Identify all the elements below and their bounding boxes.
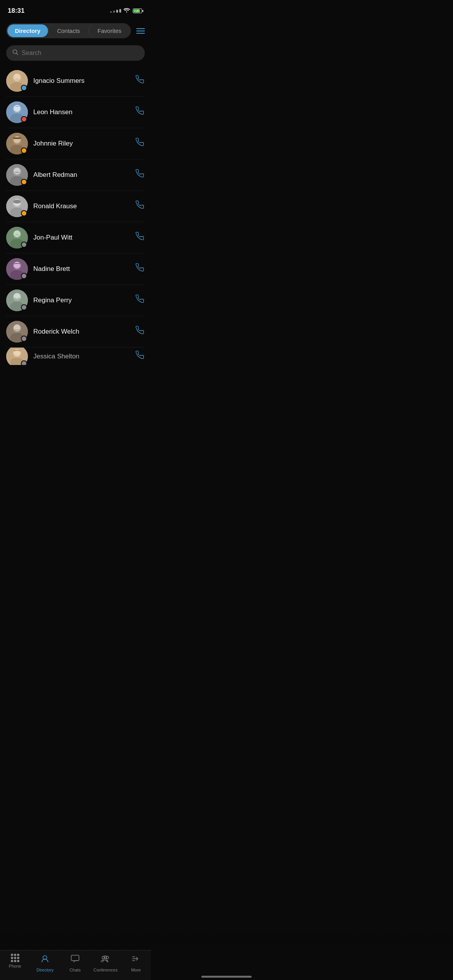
contact-name: Jon-Paul Witt <box>33 234 136 242</box>
menu-line-2 <box>136 31 145 31</box>
contact-name: Johnnie Riley <box>33 140 136 147</box>
svg-point-23 <box>13 200 21 204</box>
contact-item[interactable]: Jessica Shelton <box>6 348 145 365</box>
status-badge-offline <box>21 242 27 248</box>
contact-item[interactable]: Leon Hansen <box>6 97 145 128</box>
tab-contacts[interactable]: Contacts <box>48 24 89 37</box>
contact-name: Jessica Shelton <box>33 353 136 360</box>
call-icon[interactable] <box>136 351 145 362</box>
status-badge-away <box>21 210 27 216</box>
contact-name: Regina Perry <box>33 296 136 304</box>
wifi-icon <box>124 8 130 14</box>
status-badge-busy <box>21 116 27 122</box>
contact-item[interactable]: Johnnie Riley <box>6 128 145 159</box>
call-icon[interactable] <box>136 106 145 118</box>
contact-item[interactable]: Roderick Welch <box>6 316 145 348</box>
svg-point-27 <box>14 230 21 237</box>
status-badge-online <box>21 85 27 91</box>
signal-icon <box>110 9 121 13</box>
contact-item[interactable]: Regina Perry <box>6 285 145 316</box>
status-badge-offline <box>21 336 27 342</box>
contact-name: Roderick Welch <box>33 328 136 336</box>
avatar-container <box>6 70 28 92</box>
avatar-container <box>6 195 28 217</box>
tab-directory[interactable]: Directory <box>7 24 48 37</box>
status-time: 18:31 <box>8 7 24 15</box>
menu-line-3 <box>136 33 145 34</box>
status-badge-away <box>21 147 27 154</box>
contact-name: Ronald Krause <box>33 202 136 210</box>
battery-icon: ⚡ <box>133 9 143 13</box>
contact-list: Ignacio Summers Leon Hansen <box>0 65 151 365</box>
search-container <box>0 42 151 65</box>
status-bar: 18:31 ⚡ <box>0 0 151 19</box>
call-icon[interactable] <box>136 138 145 149</box>
search-input[interactable] <box>22 50 139 57</box>
contact-name: Ignacio Summers <box>33 77 136 85</box>
status-badge-offline <box>21 360 27 365</box>
avatar-container <box>6 348 28 365</box>
status-badge-offline <box>21 273 27 279</box>
menu-line-1 <box>136 28 145 29</box>
contact-item[interactable]: Jon-Paul Witt <box>6 222 145 254</box>
call-icon[interactable] <box>136 263 145 275</box>
contact-item[interactable]: Albert Redman <box>6 159 145 191</box>
avatar-container <box>6 164 28 186</box>
tab-group: Directory Contacts Favorites <box>6 23 131 38</box>
status-badge-away <box>21 179 27 185</box>
menu-icon[interactable] <box>136 28 145 34</box>
svg-point-13 <box>14 136 21 143</box>
call-icon[interactable] <box>136 232 145 243</box>
svg-rect-14 <box>13 137 21 139</box>
svg-point-31 <box>14 262 21 269</box>
call-icon[interactable] <box>136 326 145 338</box>
call-icon[interactable] <box>136 169 145 181</box>
call-icon[interactable] <box>136 200 145 212</box>
svg-line-1 <box>17 53 18 55</box>
avatar-container <box>6 227 28 248</box>
top-tabs: Directory Contacts Favorites <box>0 19 151 42</box>
svg-point-18 <box>14 168 21 175</box>
contact-item[interactable]: Ronald Krause <box>6 191 145 222</box>
svg-point-9 <box>14 105 21 112</box>
search-icon <box>12 49 19 57</box>
contact-item[interactable]: Nadine Brett <box>6 254 145 285</box>
avatar-container <box>6 321 28 343</box>
call-icon[interactable] <box>136 295 145 306</box>
call-icon[interactable] <box>136 75 145 87</box>
status-badge-offline <box>21 304 27 310</box>
contact-name: Leon Hansen <box>33 108 136 116</box>
search-bar[interactable] <box>6 45 145 61</box>
avatar-container <box>6 258 28 280</box>
status-icons: ⚡ <box>110 8 143 14</box>
contact-name: Nadine Brett <box>33 265 136 273</box>
contact-item[interactable]: Ignacio Summers <box>6 65 145 97</box>
avatar-container <box>6 133 28 154</box>
avatar-container <box>6 101 28 123</box>
tab-favorites[interactable]: Favorites <box>89 24 130 37</box>
avatar-container <box>6 290 28 311</box>
contact-name: Albert Redman <box>33 171 136 179</box>
